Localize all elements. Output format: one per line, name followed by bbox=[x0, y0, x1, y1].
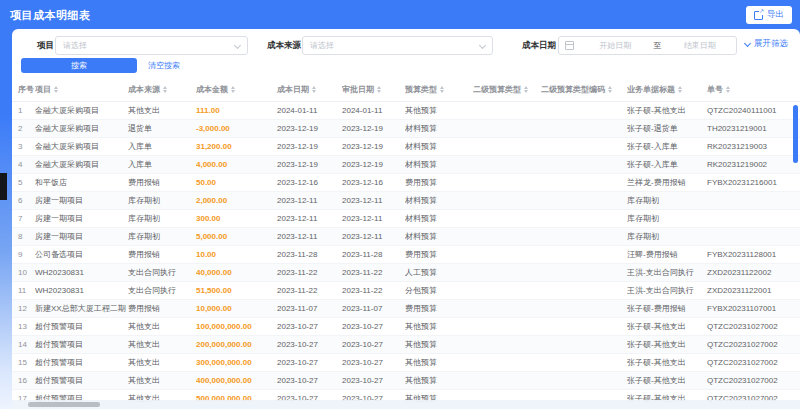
horizontal-scrollbar-thumb[interactable] bbox=[28, 402, 100, 407]
cell-amount: 100,000,000.00 bbox=[196, 318, 277, 335]
cell-cost-date: 2023-12-19 bbox=[277, 156, 342, 173]
cell-source: 其他支出 bbox=[128, 354, 196, 371]
sort-icon[interactable] bbox=[377, 86, 381, 93]
cell-no: 6 bbox=[18, 192, 35, 209]
screen-edge-artifact bbox=[0, 173, 7, 200]
cell-amount: -3,000.00 bbox=[196, 120, 277, 137]
cell-sub-budget-code bbox=[541, 120, 627, 137]
sort-icon[interactable] bbox=[524, 86, 528, 93]
sort-icon[interactable] bbox=[312, 86, 316, 93]
cell-budget-type: 其他预算 bbox=[405, 336, 473, 353]
cell-sub-budget-code bbox=[541, 372, 627, 389]
cell-sub-budget-code bbox=[541, 282, 627, 299]
cell-cost-date: 2023-10-27 bbox=[277, 372, 342, 389]
cell-budget-type: 其他预算 bbox=[405, 102, 473, 119]
column-header[interactable]: 成本来源 bbox=[128, 84, 196, 95]
cell-budget-type: 费用预算 bbox=[405, 174, 473, 191]
date-range-separator: 至 bbox=[652, 40, 664, 51]
cell-doc-title: 张子硕-退货单 bbox=[627, 120, 707, 137]
cell-no: 5 bbox=[18, 174, 35, 191]
horizontal-scrollbar-track[interactable] bbox=[12, 400, 800, 409]
cell-doc-title: 张子硕-入库单 bbox=[627, 138, 707, 155]
cell-approval-date: 2023-10-27 bbox=[342, 336, 405, 353]
column-header[interactable]: 预算类型 bbox=[405, 84, 473, 95]
cell-doc-title: 王洪-支出合同执行 bbox=[627, 282, 707, 299]
cell-project: 金融大厦采购项目 bbox=[35, 120, 128, 137]
column-header[interactable]: 成本日期 bbox=[277, 84, 342, 95]
end-date-placeholder: 结束日期 bbox=[664, 40, 737, 51]
cell-no: 3 bbox=[18, 138, 35, 155]
cell-source: 费用报销 bbox=[128, 174, 196, 191]
column-header-label: 审批日期 bbox=[342, 84, 374, 95]
expand-filters-link[interactable]: 展开筛选 bbox=[745, 38, 788, 50]
cell-budget-type: 人工预算 bbox=[405, 264, 473, 281]
cell-approval-date: 2023-11-22 bbox=[342, 282, 405, 299]
cost-source-select[interactable]: 请选择 bbox=[302, 36, 493, 55]
cell-sub-budget-type bbox=[473, 192, 541, 209]
cell-doc-no: ZXD20231122002 bbox=[707, 264, 800, 281]
cell-no: 11 bbox=[18, 282, 35, 299]
cell-approval-date: 2023-12-11 bbox=[342, 210, 405, 227]
column-header[interactable]: 审批日期 bbox=[342, 84, 405, 95]
search-button[interactable]: 搜索 bbox=[21, 58, 137, 73]
export-icon bbox=[754, 11, 763, 20]
page-title: 项目成本明细表 bbox=[10, 8, 91, 23]
cell-source: 费用报销 bbox=[128, 300, 196, 317]
cell-cost-date: 2023-12-19 bbox=[277, 120, 342, 137]
cell-approval-date: 2023-11-22 bbox=[342, 264, 405, 281]
cell-no: 7 bbox=[18, 210, 35, 227]
cell-cost-date: 2023-12-19 bbox=[277, 138, 342, 155]
column-header[interactable]: 二级预算类型编码 bbox=[541, 84, 627, 95]
column-header[interactable]: 项目 bbox=[35, 84, 128, 95]
cell-amount: 4,000.00 bbox=[196, 156, 277, 173]
cell-sub-budget-type bbox=[473, 354, 541, 371]
cell-sub-budget-type bbox=[473, 264, 541, 281]
column-header[interactable]: 单号 bbox=[707, 84, 800, 95]
cell-doc-no: QTZC20231027002 bbox=[707, 354, 800, 371]
sort-icon[interactable] bbox=[726, 86, 730, 93]
table-row: 2金融大厦采购项目退货单-3,000.002023-12-192023-12-1… bbox=[12, 120, 800, 138]
cost-date-range-input[interactable]: 开始日期 至 结束日期 bbox=[558, 36, 737, 55]
cell-amount: 5,000.00 bbox=[196, 228, 277, 245]
cell-source: 入库单 bbox=[128, 138, 196, 155]
cell-doc-title: 张子硕-费用报销 bbox=[627, 300, 707, 317]
cell-doc-title: 汪卿-费用报销 bbox=[627, 246, 707, 263]
export-button[interactable]: 导出 bbox=[746, 6, 792, 24]
cell-approval-date: 2023-12-19 bbox=[342, 156, 405, 173]
sort-icon[interactable] bbox=[678, 86, 682, 93]
column-header: 序号 bbox=[18, 84, 35, 95]
cell-no: 9 bbox=[18, 246, 35, 263]
vertical-scrollbar-thumb[interactable] bbox=[793, 105, 798, 163]
cell-source: 其他支出 bbox=[128, 336, 196, 353]
cell-source: 库存期初 bbox=[128, 228, 196, 245]
clear-search-button[interactable]: 清空搜索 bbox=[148, 58, 180, 73]
cell-approval-date: 2023-11-28 bbox=[342, 246, 405, 263]
cell-approval-date: 2023-10-27 bbox=[342, 354, 405, 371]
sort-icon[interactable] bbox=[231, 86, 235, 93]
column-header[interactable]: 成本金额 bbox=[196, 84, 277, 95]
column-header[interactable]: 业务单据标题 bbox=[627, 84, 707, 95]
cell-source: 库存期初 bbox=[128, 210, 196, 227]
cell-budget-type: 其他预算 bbox=[405, 318, 473, 335]
sort-icon[interactable] bbox=[54, 86, 58, 93]
cell-project: 超付预警项目 bbox=[35, 318, 128, 335]
cell-project: 超付预警项目 bbox=[35, 354, 128, 371]
project-select[interactable]: 请选择 bbox=[55, 36, 248, 55]
sort-icon[interactable] bbox=[163, 86, 167, 93]
cell-approval-date: 2023-10-27 bbox=[342, 372, 405, 389]
table-row: 10WH20230831支出合同执行40,000.002023-11-22202… bbox=[12, 264, 800, 282]
column-header[interactable]: 二级预算类型 bbox=[473, 84, 541, 95]
sort-icon[interactable] bbox=[608, 86, 612, 93]
column-header-label: 成本日期 bbox=[277, 84, 309, 95]
table-row: 4金融大厦采购项目入库单4,000.002023-12-192023-12-19… bbox=[12, 156, 800, 174]
cell-cost-date: 2023-10-27 bbox=[277, 336, 342, 353]
sort-icon[interactable] bbox=[440, 86, 444, 93]
cell-sub-budget-type bbox=[473, 138, 541, 155]
cell-budget-type: 费用预算 bbox=[405, 246, 473, 263]
cell-source: 库存期初 bbox=[128, 192, 196, 209]
cell-project: 和平饭店 bbox=[35, 174, 128, 191]
cell-budget-type: 材料预算 bbox=[405, 156, 473, 173]
cell-doc-title: 张子硕-其他支出 bbox=[627, 336, 707, 353]
cell-amount: 200,000,000.00 bbox=[196, 336, 277, 353]
cell-no: 2 bbox=[18, 120, 35, 137]
